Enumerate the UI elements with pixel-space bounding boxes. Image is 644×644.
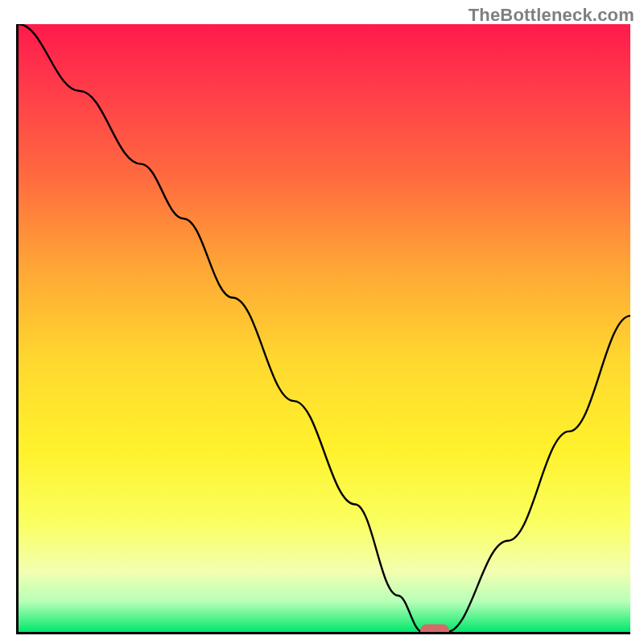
curve-svg (19, 24, 630, 632)
plot-area (16, 24, 630, 634)
bottleneck-curve-path (19, 24, 630, 632)
watermark-text: TheBottleneck.com (469, 5, 634, 26)
optimal-point-marker (420, 624, 449, 634)
chart-container: TheBottleneck.com (0, 0, 644, 644)
